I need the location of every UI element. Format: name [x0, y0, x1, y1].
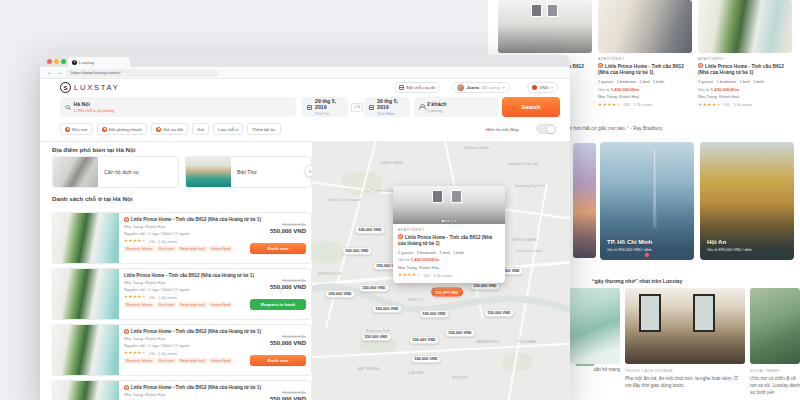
- request-to-book-button[interactable]: Request to book: [250, 299, 306, 310]
- filter-chip[interactable]: Thêm bộ lọc: [247, 123, 281, 135]
- city-price: Giá từ 890,000 VND / đêm: [707, 248, 752, 252]
- blog-photo: [750, 288, 800, 364]
- star-empty-icon: ★: [142, 238, 146, 243]
- listing-card[interactable]: Little Prince Home - Tình cầu B612 (Nhà …: [52, 324, 312, 376]
- browser-tab[interactable]: S Luxstay: [68, 57, 130, 67]
- filter-chip[interactable]: Khu vực: [60, 123, 93, 135]
- map-price-pin[interactable]: 550,000 VND: [445, 329, 475, 337]
- blog-card[interactable]: PHONG CÁCH VINTAGEPha một ấm trà, ăn một…: [625, 288, 745, 389]
- search-input[interactable]: Hà Nội 1,786 chỗ ở có phòng: [60, 97, 296, 117]
- popup-location: Nha Trang, Khánh Hoà: [398, 265, 500, 270]
- map-price-pin[interactable]: 550,000 VND: [325, 290, 355, 298]
- filter-chip[interactable]: Giá ưu đãi: [151, 123, 188, 135]
- guests-rooms: 1 phòng: [427, 108, 446, 113]
- listing-list: Little Prince Home - Tình cầu B612 (Nhà …: [52, 212, 312, 400]
- filter-chip-icon: [102, 127, 107, 132]
- property-title: Little Prince Home - Tình cầu B612 (Nhà …: [598, 63, 692, 77]
- blog-card[interactable]: NGOẠI THÀNHƯớc mơ có chốn đi về nơi xa x…: [750, 288, 800, 396]
- checkin-date-field[interactable]: 29 thg 5, 2019 Thứ Tư: [302, 97, 348, 117]
- user-menu[interactable]: Joana (45 coins) ▾: [452, 82, 510, 93]
- map-price-pin[interactable]: 550,000 VND: [342, 247, 372, 255]
- listing-views: 130 - 1.5k views: [148, 239, 177, 244]
- address-bar[interactable]: https://www.luxstay.com/vi/: [66, 69, 218, 77]
- close-window-button[interactable]: [47, 59, 52, 64]
- currency-selector[interactable]: VND ▾: [527, 82, 558, 93]
- category-card-villa[interactable]: Biệt Thự: [185, 156, 312, 188]
- listing-tag: Smart door lock: [178, 358, 207, 364]
- map-toggle[interactable]: [536, 124, 556, 134]
- checkout-date-field[interactable]: 30 thg 5, 2019 Thứ Năm: [364, 97, 410, 117]
- back-icon[interactable]: ←: [47, 70, 53, 76]
- map-price-pin[interactable]: 550,000 VND: [359, 284, 389, 292]
- city-card[interactable]: TP. Hồ Chí MinhGiá từ 890,000 VND / đêm: [600, 142, 694, 260]
- filter-chip[interactable]: Đặt phòng nhanh: [97, 123, 147, 135]
- listing-title-text: Little Prince Home - Tình cầu B612 (Nhà …: [131, 329, 261, 334]
- filter-chip[interactable]: Loại chỗ ở: [213, 123, 243, 135]
- checkin-day: Thứ Tư: [315, 111, 343, 116]
- property-location: Nha Trang, Khánh Hoà: [598, 94, 692, 99]
- luxstay-badge-icon: [124, 385, 129, 390]
- category-label: Căn hộ dịch vụ: [98, 169, 139, 175]
- user-name: Joana: [467, 85, 479, 90]
- listing-card[interactable]: Little Prince Home - Tình cầu B612 (Nhà …: [52, 212, 312, 264]
- listing-price: 550,000 VND: [250, 284, 306, 290]
- listing-tag: Romantic House: [124, 302, 155, 308]
- map-listing-popup[interactable]: APARTMENT Little Prince Home - Tình cầu …: [393, 186, 505, 283]
- listing-tag: Instant Book: [209, 246, 233, 252]
- avatar: [457, 84, 464, 91]
- city-card[interactable]: Hội AnGiá từ 890,000 VND / đêm: [700, 142, 794, 260]
- map-place-label: WHITECHAPEL: [512, 238, 538, 242]
- listing-tag: Instant Book: [209, 302, 233, 308]
- map-price-pin[interactable]: 550,000 VND: [411, 355, 441, 363]
- listing-views: 130 - 1.5k views: [148, 295, 177, 300]
- browser-titlebar: S Luxstay: [40, 55, 570, 67]
- map-place-label: Hackney City Farm: [515, 184, 546, 188]
- map-price-pin[interactable]: 550,000 VND: [419, 310, 449, 318]
- book-now-button[interactable]: Book now: [250, 243, 306, 254]
- guests-field[interactable]: 2 khách 1 phòng: [414, 97, 498, 117]
- filter-chip-label: Giá: [197, 127, 204, 132]
- map-price-pin[interactable]: 550,000 VND: [361, 333, 391, 341]
- category-label: Biệt Thự: [231, 169, 257, 175]
- star-rating: ★★★★★: [124, 239, 146, 243]
- book-now-button[interactable]: Book now: [250, 355, 306, 366]
- forward-icon[interactable]: →: [57, 70, 63, 76]
- filter-chip[interactable]: Giá: [192, 123, 209, 135]
- listing-tag: Real shot: [157, 302, 176, 308]
- screenshot-canvas: APARTMENTLittle Prince Home - Tình cầu B…: [0, 0, 800, 400]
- listing-card[interactable]: Little Prince Home - Tình cầu B612 (Nhà …: [52, 268, 312, 320]
- property-views: 130 · 1.5k views: [623, 102, 652, 107]
- popup-category: APARTMENT: [398, 228, 500, 232]
- map-panel[interactable]: CHALK FARMHighbury FieldsLondon Fields L…: [312, 141, 570, 400]
- property-title: Little Prince Home - Tình cầu B612 (Nhà …: [698, 63, 792, 77]
- search-button[interactable]: Search: [502, 97, 560, 117]
- listing-title-text: Little Prince Home - Tình cầu B612 (Nhà …: [131, 385, 261, 390]
- search-location-sub: 1,786 chỗ ở có phòng: [74, 108, 115, 113]
- star-rating: ★★★★★: [398, 273, 421, 278]
- property-card[interactable]: APARTMENTLittle Prince Home - Tình cầu B…: [598, 0, 692, 107]
- minimize-window-button[interactable]: [54, 59, 59, 64]
- currency-label: VND: [540, 85, 549, 90]
- category-photo: [186, 156, 231, 188]
- listing-body: Little Prince Home - Tình cầu B612 (Nhà …: [119, 269, 311, 319]
- filter-chip-label: Giá ưu đãi: [163, 127, 183, 132]
- map-price-pin[interactable]: 550,000 VND: [484, 309, 514, 317]
- luxstay-favicon-icon: S: [72, 60, 77, 65]
- map-price-pin[interactable]: 550,000 VND: [355, 226, 385, 234]
- property-card[interactable]: APARTMENTLittle Prince Home - Tình cầu B…: [698, 0, 792, 107]
- url-text: https://www.luxstay.com/vi/: [71, 70, 121, 75]
- my-bookings-button[interactable]: Đặt chỗ của tôi: [394, 82, 440, 93]
- map-price-pin[interactable]: 550,000 VND: [431, 288, 463, 297]
- maximize-window-button[interactable]: [61, 59, 66, 64]
- filter-chip-label: Thêm bộ lọc: [252, 127, 276, 132]
- listing-card[interactable]: Little Prince Home - Tình cầu B612 (Nhà …: [52, 380, 312, 400]
- map-price-pin[interactable]: 550,000 VND: [470, 282, 500, 290]
- property-category: APARTMENT: [598, 57, 692, 61]
- map-toggle-label: Hiển thị trên Map: [486, 127, 519, 132]
- map-price-pin[interactable]: 550,000 VND: [409, 336, 439, 344]
- luxstay-logo[interactable]: S LUXSTAY: [60, 82, 120, 93]
- filter-chip-icon: [65, 127, 70, 132]
- map-price-pin[interactable]: 550,000 VND: [372, 305, 402, 313]
- category-card-serviced-apartment[interactable]: Căn hộ dịch vụ: [52, 156, 179, 188]
- luxstay-badge-icon: [598, 63, 603, 68]
